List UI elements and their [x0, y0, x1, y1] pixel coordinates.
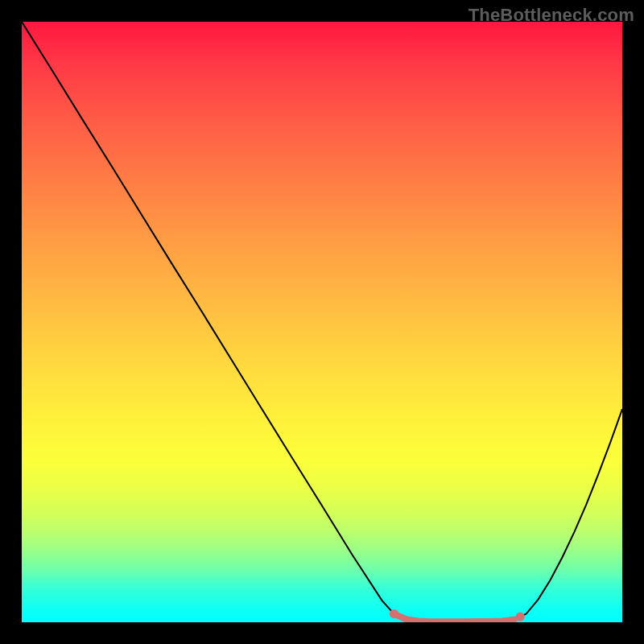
watermark-text: TheBottleneck.com — [469, 5, 634, 26]
chart-container: TheBottleneck.com — [0, 0, 644, 644]
plot-area — [22, 22, 622, 622]
bottleneck-curve — [22, 22, 622, 622]
svg-point-1 — [516, 613, 525, 621]
svg-point-0 — [390, 609, 398, 618]
optimal-range-marker — [22, 22, 622, 622]
